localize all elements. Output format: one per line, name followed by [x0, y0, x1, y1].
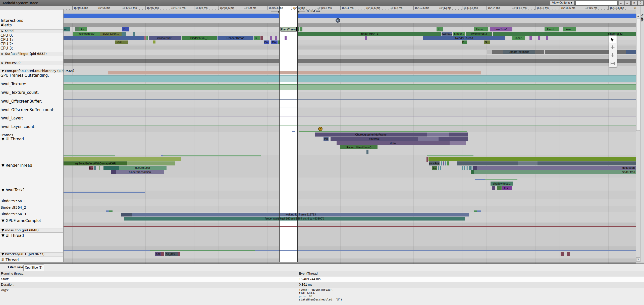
trace-slice[interactable] [471, 166, 472, 170]
trace-slice[interactable] [106, 210, 109, 212]
trace-slice[interactable]: kworker/u8:3 [466, 32, 492, 36]
trace-slice[interactable] [538, 161, 636, 165]
trace-slice[interactable] [457, 161, 518, 165]
trace-slice[interactable]: p... [432, 166, 437, 170]
trace-slice[interactable]: kschedfreq:0 [73, 32, 100, 36]
trace-slice[interactable] [427, 133, 449, 137]
trace-slice[interactable]: do_dev... [165, 252, 178, 256]
trace-slice[interactable] [438, 166, 439, 170]
trace-slice[interactable] [121, 213, 132, 216]
trace-slice[interactable] [626, 50, 636, 54]
trace-slice[interactable] [285, 36, 287, 40]
trace-slice[interactable]: updateTexImage [503, 50, 535, 54]
trace-slice[interactable] [443, 161, 444, 165]
trace-slice[interactable] [103, 166, 119, 170]
trace-slice[interactable] [471, 170, 474, 174]
trace-slice[interactable] [366, 150, 368, 154]
pan-tool-button[interactable] [609, 43, 616, 51]
trace-slice[interactable] [63, 99, 636, 100]
trace-slice[interactable] [75, 27, 79, 31]
trace-slice[interactable] [63, 125, 636, 125]
trace-slice[interactable] [538, 36, 540, 40]
trace-slice[interactable]: kw [79, 27, 87, 31]
trace-slice[interactable] [133, 32, 135, 36]
trace-slice[interactable]: G... [484, 40, 490, 44]
trace-slice[interactable] [492, 186, 495, 190]
trace-slice[interactable] [99, 166, 100, 170]
trace-slice[interactable] [163, 155, 261, 156]
trace-slice[interactable] [466, 166, 466, 170]
trace-slice[interactable]: k... [89, 166, 93, 170]
trace-slice[interactable] [63, 192, 145, 193]
trace-slice[interactable]: D... [462, 40, 467, 44]
trace-slice[interactable] [127, 161, 175, 165]
trace-slice[interactable] [440, 166, 441, 170]
alerts-tab[interactable]: Alerts [640, 14, 644, 22]
trace-slice[interactable] [464, 166, 465, 170]
trace-slice[interactable] [63, 116, 636, 116]
trace-slice[interactable]: GPU... [115, 40, 128, 44]
trace-slice[interactable]: E... [437, 27, 443, 31]
trace-slice[interactable] [497, 186, 502, 190]
trace-slice[interactable] [63, 226, 636, 227]
timing-tool-button[interactable] [609, 59, 616, 67]
trace-slice[interactable] [63, 157, 181, 161]
scrollbar-thumb[interactable] [636, 19, 640, 131]
trace-slice[interactable] [418, 137, 439, 141]
trace-slice[interactable] [493, 32, 594, 36]
nav-back-button[interactable]: ← [618, 1, 624, 5]
trace-slice[interactable] [428, 157, 636, 161]
trace-slice[interactable] [144, 36, 146, 40]
trace-slice[interactable]: Choreographer#doFrame [315, 133, 427, 137]
trace-slice[interactable] [518, 161, 538, 165]
trace-slice[interactable] [63, 76, 636, 82]
trace-slice[interactable]: binder transaction [116, 170, 164, 174]
trace-slice[interactable]: RenderThread [423, 36, 505, 40]
trace-slice[interactable]: RenderThread [218, 36, 253, 40]
trace-slice[interactable] [153, 40, 155, 43]
trace-slice[interactable] [275, 36, 277, 40]
view-options-button[interactable]: View Options ▾ [550, 1, 574, 5]
trace-slice[interactable] [477, 210, 481, 212]
trace-slice[interactable] [441, 161, 442, 165]
trace-slice[interactable] [469, 166, 471, 170]
trace-slice[interactable]: inp [324, 137, 329, 141]
trace-slice[interactable] [63, 250, 150, 251]
trace-slice[interactable] [255, 250, 636, 251]
trace-slice[interactable] [427, 155, 473, 156]
trace-slice[interactable] [109, 210, 113, 212]
trace-slice[interactable]: eglSwapBuffersWithDamageKHR [63, 161, 127, 165]
measure-marker-end[interactable] [297, 6, 298, 262]
trace-slice[interactable] [63, 108, 636, 108]
trace-slice[interactable] [122, 32, 126, 36]
trace-slice[interactable]: Event... [545, 27, 559, 31]
trace-slice[interactable] [299, 131, 467, 132]
trace-slice[interactable]: D... [122, 27, 129, 31]
help-button[interactable]: ? [638, 1, 643, 5]
trace-slice[interactable]: kwn... [563, 27, 576, 31]
trace-slice[interactable]: queueBuffer [119, 166, 167, 170]
trace-slice[interactable]: Binder... [512, 36, 525, 40]
trace-slice[interactable] [150, 250, 255, 251]
scroll-up-icon[interactable]: ▲ [636, 14, 640, 18]
trace-slice[interactable] [492, 50, 503, 54]
trace-slice[interactable]: draw [337, 141, 450, 145]
trace-slice[interactable] [445, 161, 446, 165]
trace-slice[interactable] [365, 36, 367, 40]
trace-slice[interactable] [63, 36, 144, 40]
trace-slice[interactable] [567, 252, 570, 256]
trace-slice[interactable]: adr [155, 252, 161, 256]
scroll-down-icon[interactable]: ▼ [636, 257, 640, 262]
select-tool-button[interactable] [609, 35, 616, 43]
trace-slice[interactable]: SDM_Even... [100, 32, 122, 36]
trace-slice[interactable] [546, 36, 548, 40]
nav-skip-button[interactable]: » [631, 1, 637, 5]
alert-badge-icon[interactable]: ▲ [336, 18, 340, 23]
trace-slice[interactable] [545, 50, 635, 54]
trace-slice[interactable]: B... [254, 36, 260, 40]
tab-cpu-slice[interactable]: Cpu Slice (1) [23, 265, 44, 271]
trace-slice[interactable]: Event... [474, 27, 488, 31]
frame-badge-icon[interactable]: F [318, 127, 323, 131]
trace-slice[interactable] [300, 27, 302, 31]
trace-slice[interactable] [473, 166, 477, 170]
